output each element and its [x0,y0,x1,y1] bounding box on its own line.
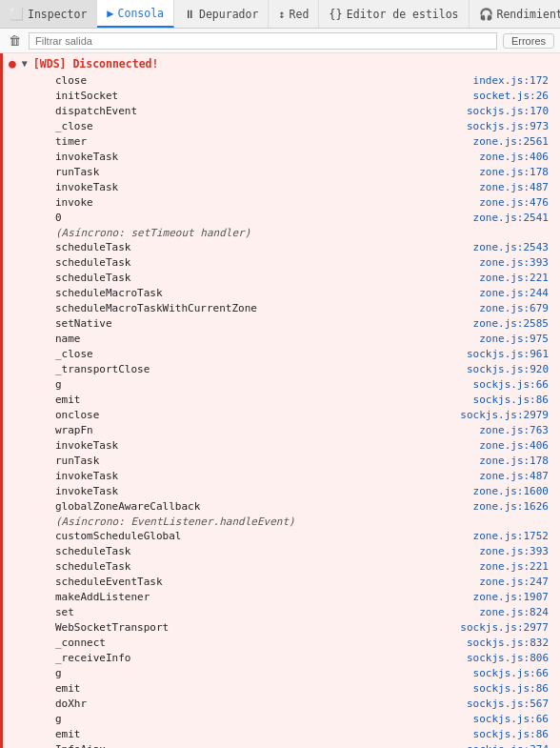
stack-file-link[interactable]: zone.js:2541 [473,211,549,226]
stack-file-link[interactable]: index.js:172 [473,73,549,89]
stack-row[interactable]: wrapFnzone.js:763 [3,423,560,438]
stack-file-link[interactable]: zone.js:975 [479,332,549,347]
stack-row[interactable]: invokeTaskzone.js:1600 [3,484,560,499]
stack-row[interactable]: scheduleTaskzone.js:221 [3,559,560,575]
stack-file-link[interactable]: zone.js:2585 [473,316,549,332]
stack-row[interactable]: runTaskzone.js:178 [3,454,560,469]
stack-file-link[interactable]: zone.js:393 [479,255,549,271]
stack-file-link[interactable]: sockjs.js:66 [473,712,549,727]
stack-row[interactable]: gsockjs.js:66 [3,666,560,681]
stack-file-link[interactable]: sockjs.js:374 [467,742,549,748]
stack-file-link[interactable]: sockjs.js:567 [467,697,549,712]
stack-row[interactable]: _closesockjs.js:961 [3,347,560,362]
nav-inspector[interactable]: ⬜ Inspector [0,0,97,28]
stack-row[interactable]: scheduleTaskzone.js:393 [3,544,560,559]
stack-file-link[interactable]: zone.js:1907 [473,590,549,605]
stack-row[interactable]: _transportClosesockjs.js:920 [3,362,560,377]
stack-file-link[interactable]: zone.js:406 [479,438,549,454]
stack-file-link[interactable]: zone.js:178 [479,454,549,469]
stack-file-link[interactable]: zone.js:393 [479,544,549,559]
stack-row[interactable]: _connectsockjs.js:832 [3,636,560,651]
stack-row[interactable]: initSocketsocket.js:26 [3,89,560,104]
stack-row[interactable]: emitsockjs.js:86 [3,681,560,697]
stack-row[interactable]: namezone.js:975 [3,332,560,347]
stack-row[interactable]: invokeTaskzone.js:487 [3,180,560,195]
stack-file-link[interactable]: sockjs.js:66 [473,666,549,681]
filter-input[interactable] [29,32,497,50]
stack-file-link[interactable]: sockjs.js:86 [473,727,549,742]
stack-file-link[interactable]: sockjs.js:86 [473,681,549,697]
stack-file-link[interactable]: sockjs.js:920 [467,362,549,377]
stack-row[interactable]: doXhrsockjs.js:567 [3,697,560,712]
stack-row[interactable]: InfoAjaxsockjs.js:374 [3,742,560,748]
stack-file-link[interactable]: zone.js:221 [479,271,549,286]
nav-debugger[interactable]: ⏸ Depurador [174,0,269,28]
stack-row[interactable]: runTaskzone.js:178 [3,165,560,180]
stack-row[interactable]: closeindex.js:172 [3,73,560,89]
stack-row[interactable]: _closesockjs.js:973 [3,119,560,134]
stack-file-link[interactable]: zone.js:1626 [473,499,549,515]
stack-row[interactable]: gsockjs.js:66 [3,712,560,727]
stack-file-link[interactable]: socket.js:26 [473,89,549,104]
stack-row[interactable]: scheduleTaskzone.js:221 [3,271,560,286]
stack-file-link[interactable]: zone.js:2543 [473,240,549,255]
stack-row[interactable]: scheduleTaskzone.js:2543 [3,240,560,255]
stack-row[interactable]: onclosesockjs.js:2979 [3,408,560,423]
stack-row[interactable]: scheduleTaskzone.js:393 [3,255,560,271]
errors-button[interactable]: Errores [503,33,554,49]
stack-row[interactable]: _receiveInfosockjs.js:806 [3,651,560,666]
stack-row[interactable]: dispatchEventsockjs.js:170 [3,104,560,119]
nav-performance[interactable]: 🎧 Rendimiento [470,0,561,28]
stack-file-link[interactable]: zone.js:2561 [473,134,549,150]
trash-icon[interactable]: 🗑 [6,32,23,50]
stack-file-link[interactable]: zone.js:178 [479,165,549,180]
stack-row[interactable]: invokeTaskzone.js:487 [3,469,560,484]
stack-file-link[interactable]: zone.js:1600 [473,484,549,499]
stack-file-link[interactable]: zone.js:487 [479,469,549,484]
stack-file-link[interactable]: sockjs.js:2979 [460,408,549,423]
stack-file-link[interactable]: zone.js:476 [479,195,549,211]
stack-file-link[interactable]: zone.js:679 [479,301,549,316]
stack-file-link[interactable]: sockjs.js:961 [467,347,549,362]
stack-row[interactable]: gsockjs.js:66 [3,377,560,393]
expand-arrow[interactable]: ▼ [22,58,28,69]
stack-row[interactable]: setNativezone.js:2585 [3,316,560,332]
nav-network[interactable]: ↕ Red [269,0,319,28]
stack-row[interactable]: scheduleMacroTaskWithCurrentZonezone.js:… [3,301,560,316]
stack-file-link[interactable]: sockjs.js:66 [473,377,549,393]
error-block: ● ▼ [WDS] Disconnected! closeindex.js:17… [0,53,560,748]
stack-file-link[interactable]: sockjs.js:973 [467,119,549,134]
stack-file-link[interactable]: zone.js:406 [479,150,549,165]
stack-row[interactable]: globalZoneAwareCallbackzone.js:1626 [3,499,560,515]
stack-row[interactable]: invokeTaskzone.js:406 [3,150,560,165]
stack-file-link[interactable]: zone.js:763 [479,423,549,438]
stack-function-name: runTask [55,454,479,469]
stack-file-link[interactable]: zone.js:247 [479,575,549,590]
stack-file-link[interactable]: zone.js:244 [479,286,549,301]
stack-file-link[interactable]: sockjs.js:170 [467,104,549,119]
stack-row[interactable]: invokeTaskzone.js:406 [3,438,560,454]
stack-file-link[interactable]: sockjs.js:832 [467,636,549,651]
stack-file-link[interactable]: zone.js:487 [479,180,549,195]
stack-file-link[interactable]: sockjs.js:86 [473,393,549,408]
stack-function-name: _transportClose [55,362,467,377]
stack-row[interactable]: emitsockjs.js:86 [3,727,560,742]
stack-row[interactable]: scheduleEventTaskzone.js:247 [3,575,560,590]
stack-row[interactable]: timerzone.js:2561 [3,134,560,150]
stack-file-link[interactable]: zone.js:824 [479,605,549,620]
stack-row[interactable]: scheduleMacroTaskzone.js:244 [3,286,560,301]
stack-file-link[interactable]: sockjs.js:2977 [460,620,549,636]
stack-row[interactable]: customScheduleGlobalzone.js:1752 [3,529,560,544]
nav-styles[interactable]: {} Editor de estilos [319,0,469,28]
stack-row[interactable]: 0zone.js:2541 [3,211,560,226]
stack-row[interactable]: setzone.js:824 [3,605,560,620]
stack-row[interactable]: emitsockjs.js:86 [3,393,560,408]
stack-file-link[interactable]: sockjs.js:806 [467,651,549,666]
stack-row[interactable]: invokezone.js:476 [3,195,560,211]
nav-console[interactable]: ▶ Consola [97,0,174,28]
stack-row[interactable]: WebSocketTransportsockjs.js:2977 [3,620,560,636]
stack-row[interactable]: makeAddListenerzone.js:1907 [3,590,560,605]
stack-function-name: makeAddListener [55,590,473,605]
stack-file-link[interactable]: zone.js:1752 [473,529,549,544]
stack-file-link[interactable]: zone.js:221 [479,559,549,575]
